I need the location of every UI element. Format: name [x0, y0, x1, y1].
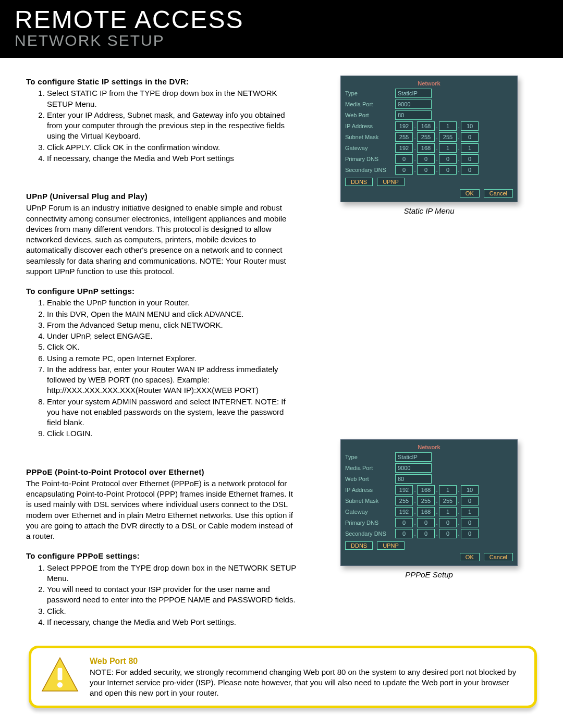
list-item: Select PPPOE from the TYPE drop down box… — [47, 563, 297, 584]
upnp-button[interactable]: UPNP — [377, 541, 405, 550]
section-pppoe-title: PPPoE (Point-to-Point Protocol over Ethe… — [26, 467, 297, 477]
dvr-window-title: Network — [345, 80, 513, 87]
subnet-label: Subnet Mask — [345, 134, 391, 140]
ok-button[interactable]: OK — [460, 189, 480, 198]
list-item: Enable the UPnP function in your Router. — [47, 298, 297, 308]
content-area: To configure Static IP settings in the D… — [0, 58, 563, 633]
upnp-button[interactable]: UPNP — [377, 178, 405, 186]
media-port-input[interactable]: 9000 — [395, 463, 432, 473]
page-header: REMOTE ACCESS NETWORK SETUP — [0, 0, 563, 58]
callout-body: NOTE: For added security, we strongly re… — [90, 667, 523, 699]
list-item: Click APPLY. Click OK in the confirmatio… — [47, 142, 297, 153]
ok-button[interactable]: OK — [460, 553, 480, 561]
upnp-paragraph: UPnP Forum is an industry initiative des… — [26, 203, 297, 277]
primary-dns-input[interactable]: 0.0.0.0 — [395, 518, 479, 527]
list-item: In the address bar, enter your Router WA… — [47, 364, 297, 396]
warning-callout: Web Port 80 NOTE: For added security, we… — [29, 646, 537, 708]
callout-title: Web Port 80 — [90, 656, 523, 667]
svg-point-2 — [57, 682, 63, 687]
secondary-dns-input[interactable]: 0.0.0.0 — [395, 165, 479, 175]
figure-caption-static-ip: Static IP Menu — [311, 206, 547, 215]
ddns-button[interactable]: DDNS — [345, 178, 373, 186]
pdns-label: Primary DNS — [345, 156, 391, 162]
page-subtitle: NETWORK SETUP — [15, 32, 548, 50]
static-ip-menu-screenshot: Network TypeStaticIP Media Port9000 Web … — [340, 76, 518, 202]
list-item: Under UPnP, select ENGAGE. — [47, 331, 297, 341]
list-item: Enter your IP Address, Subnet mask, and … — [47, 110, 297, 142]
subnet-input[interactable]: 255.255.255.0 — [395, 132, 479, 142]
list-item: Enter your system ADMIN password and sel… — [47, 397, 297, 428]
pppoe-menu-screenshot: Network TypeStaticIP Media Port9000 Web … — [340, 439, 518, 566]
ip-address-input[interactable]: 192.168.1.10 — [395, 485, 479, 495]
dvr-window-title: Network — [345, 444, 513, 450]
web-port-input[interactable]: 80 — [395, 110, 432, 120]
list-item: Select STATIC IP from the TYPE drop down… — [47, 88, 297, 109]
pppoe-config-title: To configure PPPoE settings: — [26, 551, 297, 561]
warning-icon — [41, 656, 79, 696]
gateway-input[interactable]: 192.168.1.1 — [395, 507, 479, 516]
type-dropdown[interactable]: StaticIP — [395, 452, 432, 462]
cancel-button[interactable]: Cancel — [484, 189, 513, 198]
cancel-button[interactable]: Cancel — [484, 553, 513, 561]
web-port-input[interactable]: 80 — [395, 474, 432, 484]
upnp-steps: Enable the UPnP function in your Router.… — [47, 298, 297, 439]
sdns-label: Secondary DNS — [345, 167, 391, 173]
list-item: In this DVR, Open the MAIN MENU and clic… — [47, 309, 297, 319]
pppoe-steps: Select PPPOE from the TYPE drop down box… — [47, 563, 297, 628]
list-item: If necessary, change the Media and Web P… — [47, 617, 297, 627]
list-item: Click. — [47, 606, 297, 616]
section-static-ip-title: To configure Static IP settings in the D… — [26, 77, 297, 87]
static-ip-steps: Select STATIC IP from the TYPE drop down… — [47, 88, 297, 164]
pppoe-paragraph: The Point-to-Point Protocol over Etherne… — [26, 478, 297, 542]
list-item: You will need to contact your ISP provid… — [47, 584, 297, 606]
primary-dns-input[interactable]: 0.0.0.0 — [395, 154, 479, 164]
gateway-label: Gateway — [345, 145, 391, 151]
section-upnp-title: UPnP (Universal Plug and Play) — [26, 191, 297, 202]
figure-caption-pppoe: PPPoE Setup — [311, 570, 547, 579]
right-column: Network TypeStaticIP Media Port9000 Web … — [311, 70, 547, 628]
list-item: Click OK. — [47, 342, 297, 352]
ip-address-input[interactable]: 192.168.1.10 — [395, 121, 479, 131]
list-item: If necessary, change the Media and Web P… — [47, 153, 297, 164]
type-dropdown[interactable]: StaticIP — [395, 89, 432, 98]
secondary-dns-input[interactable]: 0.0.0.0 — [395, 529, 479, 538]
ddns-button[interactable]: DDNS — [345, 541, 373, 550]
type-label: Type — [345, 90, 391, 96]
subnet-input[interactable]: 255.255.255.0 — [395, 496, 479, 505]
gateway-input[interactable]: 192.168.1.1 — [395, 143, 479, 153]
list-item: Using a remote PC, open Internet Explore… — [47, 353, 297, 364]
left-column: To configure Static IP settings in the D… — [26, 70, 297, 628]
page-title: REMOTE ACCESS — [15, 5, 548, 34]
svg-rect-1 — [58, 668, 63, 681]
ip-label: IP Address — [345, 123, 391, 129]
list-item: Click LOGIN. — [47, 428, 297, 439]
media-port-label: Media Port — [345, 101, 391, 107]
web-port-label: Web Port — [345, 112, 391, 118]
list-item: From the Advanced Setup menu, click NETW… — [47, 320, 297, 330]
upnp-config-title: To configure UPnP settings: — [26, 286, 297, 297]
media-port-input[interactable]: 9000 — [395, 100, 432, 109]
